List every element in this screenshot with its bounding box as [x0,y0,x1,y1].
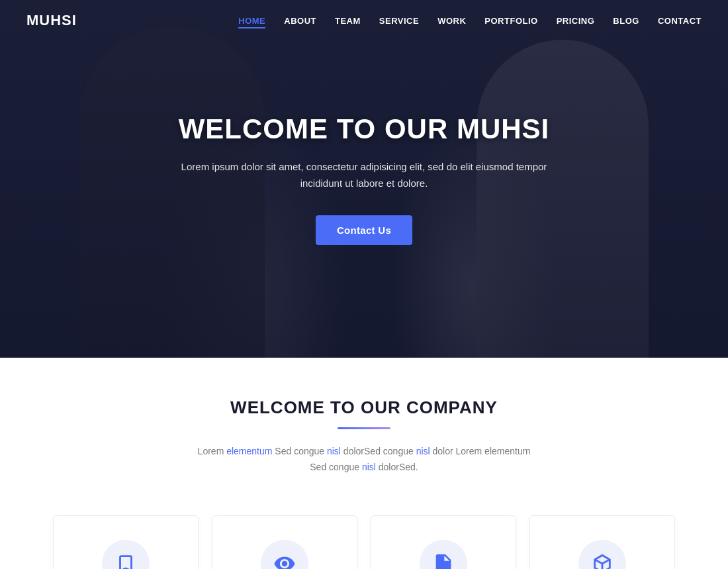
light-theme-icon-wrap [578,540,626,569]
welcome-title: WELCOME TO OUR COMPANY [26,397,702,418]
highlight-2: nisl [327,446,341,456]
code-file-icon [432,552,455,569]
feature-card-light-theme: Light Theme [529,515,675,569]
nav-item-service[interactable]: SERVICE [379,15,419,26]
features-section: High Quilty Theme Retina Ready Clean Cod… [0,495,728,569]
navbar: MUHSI HOME ABOUT TEAM SERVICE WORK PORTF… [0,0,728,41]
bookmark-icon [114,552,137,569]
nav-item-home[interactable]: HOME [238,15,265,26]
feature-card-high-quilty: High Quilty Theme [53,515,199,569]
navbar-links: HOME ABOUT TEAM SERVICE WORK PORTFOLIO P… [238,15,702,26]
hero-subtitle: Lorem ipsum dolor sit amet, consectetur … [172,158,556,192]
welcome-description: Lorem elementum Sed congue nisl dolorSed… [192,444,536,476]
hero-title: WELCOME TO OUR MUHSI [179,113,550,145]
highlight-1: elementum [226,446,272,456]
hero-section: MUHSI HOME ABOUT TEAM SERVICE WORK PORTF… [0,0,728,358]
highlight-4: nisl [362,462,376,472]
welcome-divider [338,427,390,429]
nav-item-about[interactable]: ABOUT [284,15,316,26]
nav-item-work[interactable]: WORK [437,15,466,26]
nav-item-contact[interactable]: CONTACT [658,15,702,26]
contact-us-button[interactable]: Contact Us [316,215,412,245]
retina-icon-wrap [261,540,308,569]
navbar-logo: MUHSI [26,12,77,29]
highlight-3: nisl [416,446,430,456]
welcome-section: WELCOME TO OUR COMPANY Lorem elementum S… [0,358,728,495]
nav-item-team[interactable]: TEAM [335,15,361,26]
feature-card-clean-code: Clean Code [371,515,516,569]
cube-icon [591,552,614,569]
nav-item-pricing[interactable]: PRICING [557,15,595,26]
feature-card-retina: Retina Ready [212,515,357,569]
nav-item-portfolio[interactable]: PORTFOLIO [484,15,537,26]
nav-item-blog[interactable]: BLOG [613,15,639,26]
eye-icon [273,552,296,569]
high-quilty-icon-wrap [102,540,150,569]
hero-content: WELCOME TO OUR MUHSI Lorem ipsum dolor s… [0,0,728,358]
clean-code-icon-wrap [420,540,467,569]
